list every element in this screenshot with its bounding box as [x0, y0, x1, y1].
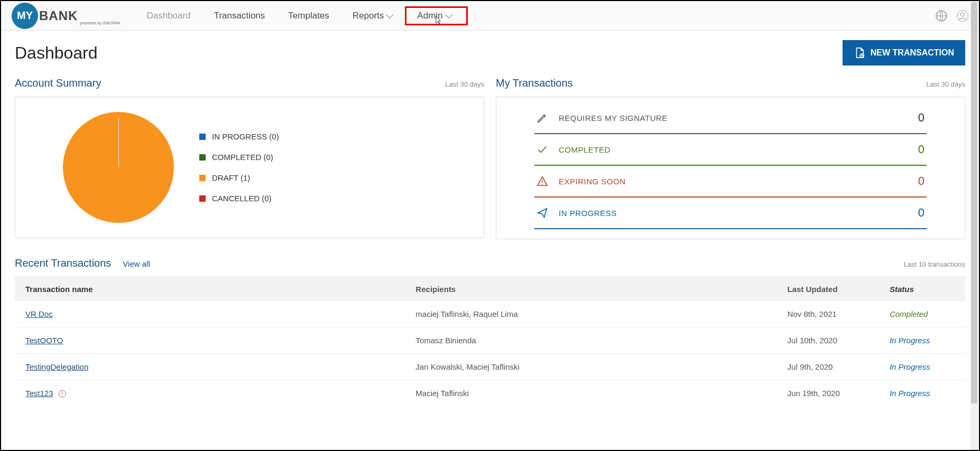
- legend-label: IN PROGRESS (0): [212, 132, 279, 141]
- svg-point-1: [960, 12, 964, 16]
- legend-cancelled[interactable]: CANCELLED (0): [199, 194, 279, 203]
- chevron-down-icon: [386, 11, 393, 18]
- transaction-link[interactable]: TestOOTO: [25, 336, 63, 345]
- account-summary-period: Last 30 days: [445, 80, 484, 88]
- swatch-icon: [199, 154, 206, 161]
- transaction-link[interactable]: TestingDelegation: [25, 362, 88, 371]
- cell-date: Jun 19th, 2020: [788, 389, 890, 398]
- mt-expiring[interactable]: EXPIRING SOON 0: [534, 166, 927, 198]
- alert-icon: !: [59, 390, 66, 398]
- swatch-icon: [199, 175, 206, 181]
- legend-label: CANCELLED (0): [212, 194, 272, 203]
- legend-completed[interactable]: COMPLETED (0): [199, 153, 279, 162]
- cell-date: Jul 9th, 2020: [788, 362, 890, 371]
- page-head: Dashboard NEW TRANSACTION: [15, 40, 965, 65]
- nav-reports[interactable]: Reports: [342, 6, 403, 25]
- scrollbar[interactable]: [970, 2, 978, 451]
- logo-text: BANK: [39, 8, 78, 23]
- view-all-link[interactable]: View all: [123, 259, 150, 268]
- nav-templates[interactable]: Templates: [278, 6, 339, 25]
- app-header: MY BANK presented by ONESPAN Dashboard T…: [1, 1, 979, 31]
- nav-transactions[interactable]: Transactions: [204, 6, 276, 25]
- swatch-icon: [199, 195, 206, 202]
- cell-recipients: maciej Taflinski, Raquel Lima: [415, 309, 787, 318]
- nav-dashboard[interactable]: Dashboard: [136, 6, 201, 25]
- account-summary-title: Account Summary: [15, 77, 101, 89]
- legend-label: DRAFT (1): [212, 173, 250, 182]
- summary-legend: IN PROGRESS (0) COMPLETED (0) DRAFT (1) …: [199, 132, 279, 203]
- check-icon: [537, 144, 548, 155]
- pencil-icon: [537, 112, 548, 124]
- account-summary-panel: Account Summary Last 30 days IN PROGRESS…: [15, 77, 484, 239]
- cell-status: In Progress: [890, 389, 955, 398]
- summary-pie-chart: [63, 112, 174, 223]
- mt-requires-signature[interactable]: REQUIRES MY SIGNATURE 0: [534, 102, 927, 134]
- page-title: Dashboard: [15, 43, 98, 63]
- new-doc-icon: [854, 47, 865, 59]
- globe-icon[interactable]: [936, 10, 947, 22]
- cell-recipients: Maciej Taflinski: [415, 389, 787, 398]
- my-transactions-body: REQUIRES MY SIGNATURE 0 COMPLETED 0 EXPI…: [496, 97, 965, 239]
- swatch-icon: [199, 134, 206, 140]
- account-summary-body: IN PROGRESS (0) COMPLETED (0) DRAFT (1) …: [15, 97, 484, 238]
- recent-title: Recent Transactions: [15, 257, 111, 269]
- mt-in-progress[interactable]: IN PROGRESS 0: [534, 198, 927, 229]
- mt-label: IN PROGRESS: [559, 209, 908, 218]
- legend-draft[interactable]: DRAFT (1): [199, 173, 279, 182]
- dashboard-row: Account Summary Last 30 days IN PROGRESS…: [15, 77, 965, 239]
- chevron-down-icon: [445, 11, 452, 18]
- nav-admin-label: Admin: [417, 11, 442, 21]
- recent-table: Transaction name Recipients Last Updated…: [15, 277, 965, 406]
- panel-head: Account Summary Last 30 days: [15, 77, 484, 89]
- th-recipients: Recipients: [415, 285, 787, 294]
- warning-icon: [537, 175, 548, 187]
- mt-count: 0: [918, 111, 924, 125]
- nav-admin[interactable]: Admin: [405, 6, 467, 25]
- panel-head: My Transactions Last 30 days: [496, 77, 965, 89]
- cell-status: In Progress: [890, 362, 955, 371]
- new-transaction-button[interactable]: NEW TRANSACTION: [843, 40, 965, 65]
- logo-circle: MY: [12, 3, 38, 29]
- legend-in-progress[interactable]: IN PROGRESS (0): [199, 132, 279, 141]
- send-icon: [537, 207, 548, 219]
- transaction-link[interactable]: VR Doc: [25, 309, 53, 318]
- new-transaction-label: NEW TRANSACTION: [871, 48, 954, 58]
- th-name: Transaction name: [25, 285, 415, 294]
- scrollbar-thumb[interactable]: [971, 2, 977, 403]
- cell-recipients: Jan Kowalski, Maciej Taflinski: [415, 362, 787, 371]
- my-transactions-panel: My Transactions Last 30 days REQUIRES MY…: [496, 77, 965, 239]
- header-right: [936, 10, 968, 22]
- mt-completed[interactable]: COMPLETED 0: [534, 134, 927, 166]
- legend-label: COMPLETED (0): [212, 153, 273, 162]
- table-row: Test123 ! Maciej Taflinski Jun 19th, 202…: [15, 380, 965, 406]
- mt-label: REQUIRES MY SIGNATURE: [559, 114, 908, 123]
- table-row: VR Doc maciej Taflinski, Raquel Lima Nov…: [15, 301, 965, 327]
- nav-reports-label: Reports: [353, 11, 384, 21]
- cell-status: In Progress: [890, 336, 955, 345]
- cell-status: Completed: [890, 309, 955, 318]
- recent-head: Recent Transactions View all Last 10 tra…: [15, 257, 965, 269]
- logo-subtext: presented by ONESPAN: [80, 21, 120, 25]
- transaction-link[interactable]: Test123: [25, 389, 53, 398]
- mt-label: EXPIRING SOON: [559, 177, 908, 186]
- user-icon[interactable]: [957, 10, 968, 22]
- mt-count: 0: [918, 206, 924, 220]
- table-row: TestOOTO Tomasz Binienda Jul 10th, 2020 …: [15, 327, 965, 354]
- table-header: Transaction name Recipients Last Updated…: [15, 277, 965, 301]
- th-last-updated: Last Updated: [788, 285, 890, 294]
- primary-nav: Dashboard Transactions Templates Reports…: [136, 6, 467, 25]
- mt-label: COMPLETED: [559, 145, 908, 154]
- my-transactions-title: My Transactions: [496, 77, 573, 89]
- recent-sub: Last 10 transactions: [904, 260, 965, 268]
- cell-recipients: Tomasz Binienda: [415, 336, 787, 345]
- cell-date: Jul 10th, 2020: [788, 336, 890, 345]
- table-row: TestingDelegation Jan Kowalski, Maciej T…: [15, 354, 965, 380]
- my-transactions-period: Last 30 days: [926, 80, 965, 88]
- logo[interactable]: MY BANK presented by ONESPAN: [12, 3, 120, 29]
- mt-count: 0: [918, 174, 924, 188]
- mt-count: 0: [918, 143, 924, 156]
- cell-date: Nov 8th, 2021: [788, 309, 890, 318]
- th-status: Status: [890, 285, 955, 294]
- content-area: Dashboard NEW TRANSACTION Account Summar…: [1, 31, 979, 416]
